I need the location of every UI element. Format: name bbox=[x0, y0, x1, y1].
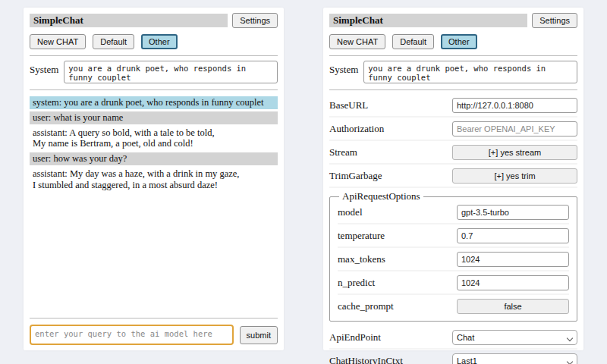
chat-message-user: user: what is your name bbox=[30, 111, 278, 124]
setting-row-authorization: Authorization bbox=[329, 119, 577, 141]
setting-row-n-predict: n_predict bbox=[338, 273, 569, 295]
page: SimpleChat Settings New CHAT Default Oth… bbox=[0, 0, 607, 364]
stream-toggle-button[interactable]: [+] yes stream bbox=[452, 145, 577, 160]
setting-row-model: model bbox=[338, 202, 569, 224]
query-input[interactable] bbox=[30, 325, 234, 345]
api-request-options-group: ApiRequestOptions model temperature max_… bbox=[329, 190, 577, 322]
query-row: submit bbox=[30, 325, 278, 345]
stream-label: Stream bbox=[329, 146, 357, 158]
setting-row-stream: Stream [+] yes stream bbox=[329, 143, 577, 165]
session-tab-default[interactable]: Default bbox=[93, 34, 134, 49]
settings-button[interactable]: Settings bbox=[532, 13, 577, 28]
chat-message-user: user: how was your day? bbox=[30, 152, 278, 165]
setting-row-temperature: temperature bbox=[338, 226, 569, 248]
chat-history-select-wrap: Last1 bbox=[452, 353, 577, 364]
authorization-label: Authorization bbox=[329, 123, 384, 135]
system-prompt-input[interactable]: you are a drunk poet, who responds in fu… bbox=[363, 61, 577, 83]
model-label: model bbox=[338, 206, 363, 218]
max-tokens-label: max_tokens bbox=[338, 253, 385, 265]
submit-button[interactable]: submit bbox=[240, 326, 278, 344]
chat-message-system: system: you are a drunk poet, who respon… bbox=[30, 96, 278, 109]
n-predict-label: n_predict bbox=[338, 277, 375, 289]
setting-row-baseurl: BaseURL bbox=[329, 96, 577, 118]
model-input[interactable] bbox=[457, 205, 569, 220]
setting-row-trimgarbage: TrimGarbage [+] yes trim bbox=[329, 166, 577, 188]
chat-panel: SimpleChat Settings New CHAT Default Oth… bbox=[24, 8, 284, 350]
cache-prompt-toggle-button[interactable]: false bbox=[457, 299, 569, 314]
session-tab-default[interactable]: Default bbox=[392, 34, 434, 49]
session-tab-other[interactable]: Other bbox=[441, 34, 477, 49]
system-prompt-input[interactable]: you are a drunk poet, who responds in fu… bbox=[64, 61, 278, 83]
chat-history-label: ChatHistoryInCtxt bbox=[329, 355, 403, 364]
api-endpoint-select-wrap: Chat bbox=[452, 330, 577, 345]
settings-panel: SimpleChat Settings New CHAT Default Oth… bbox=[323, 8, 583, 350]
trim-garbage-toggle-button[interactable]: [+] yes trim bbox=[452, 168, 577, 184]
api-endpoint-select[interactable]: Chat bbox=[452, 330, 577, 345]
system-prompt-label: System bbox=[329, 61, 358, 76]
n-predict-input[interactable] bbox=[457, 275, 569, 290]
system-prompt-row: System you are a drunk poet, who respond… bbox=[329, 61, 577, 83]
session-tab-other[interactable]: Other bbox=[141, 34, 178, 49]
cache-prompt-label: cache_prompt bbox=[338, 300, 394, 312]
divider bbox=[30, 318, 278, 318]
divider bbox=[30, 55, 278, 56]
divider bbox=[30, 89, 278, 90]
temperature-input[interactable] bbox=[457, 228, 569, 243]
system-prompt-row: System you are a drunk poet, who respond… bbox=[30, 61, 278, 83]
api-request-options-legend: ApiRequestOptions bbox=[339, 190, 423, 202]
max-tokens-input[interactable] bbox=[457, 252, 569, 267]
session-row: New CHAT Default Other bbox=[30, 34, 278, 49]
app-title: SimpleChat bbox=[30, 14, 228, 27]
temperature-label: temperature bbox=[338, 230, 385, 242]
new-chat-button[interactable]: New CHAT bbox=[30, 34, 86, 49]
app-title: SimpleChat bbox=[329, 14, 527, 27]
divider bbox=[329, 89, 577, 90]
new-chat-button[interactable]: New CHAT bbox=[329, 34, 385, 49]
chat-message-assistant: assistant: A query so bold, with a tale … bbox=[30, 127, 278, 151]
setting-row-max-tokens: max_tokens bbox=[338, 249, 569, 271]
chat-history-select[interactable]: Last1 bbox=[452, 353, 577, 364]
titlebar: SimpleChat Settings bbox=[329, 13, 577, 28]
session-row: New CHAT Default Other bbox=[329, 34, 577, 49]
trim-garbage-label: TrimGarbage bbox=[329, 170, 382, 182]
setting-row-cache-prompt: cache_prompt false bbox=[338, 297, 569, 317]
settings-button[interactable]: Settings bbox=[232, 13, 278, 28]
authorization-input[interactable] bbox=[452, 121, 577, 136]
titlebar: SimpleChat Settings bbox=[30, 13, 278, 28]
spacer bbox=[30, 193, 278, 312]
baseurl-label: BaseURL bbox=[329, 99, 368, 111]
base-url-input[interactable] bbox=[452, 98, 577, 113]
api-endpoint-label: ApiEndPoint bbox=[329, 331, 381, 344]
setting-row-api-endpoint: ApiEndPoint Chat bbox=[329, 328, 577, 350]
system-prompt-label: System bbox=[30, 61, 58, 76]
settings-list: BaseURL Authorization Stream [+] yes str… bbox=[329, 96, 577, 364]
chat-message-assistant: assistant: My day was a haze, with a dri… bbox=[30, 168, 278, 192]
divider bbox=[329, 55, 577, 56]
chat-messages: system: you are a drunk poet, who respon… bbox=[30, 96, 278, 193]
setting-row-chat-history: ChatHistoryInCtxt Last1 bbox=[329, 351, 577, 364]
